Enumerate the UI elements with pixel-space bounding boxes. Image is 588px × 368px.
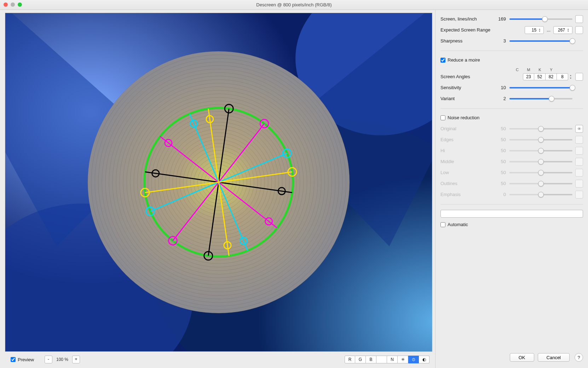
noise-reduction-label: Noise reduction xyxy=(448,115,479,120)
view-mode-0[interactable]: R xyxy=(345,356,355,363)
expected-range-label: Expected Screen Range xyxy=(440,27,495,33)
range-max-input[interactable]: ▲▼ xyxy=(553,26,572,34)
range-separator: ... xyxy=(544,27,553,33)
angle-c-input[interactable] xyxy=(523,73,534,80)
range-min-input[interactable]: ▲▼ xyxy=(525,26,544,34)
reduce-moire-input[interactable] xyxy=(440,58,445,63)
view-mode-group: RGBN✳⊙◐ xyxy=(345,356,430,363)
cmyk-header-m: M xyxy=(523,68,534,72)
window-maximize-button[interactable] xyxy=(18,2,22,7)
automatic-input[interactable] xyxy=(440,222,445,227)
view-mode-6[interactable]: ⊙ xyxy=(408,356,419,363)
range-swatch[interactable] xyxy=(575,26,583,34)
screen-angle-overlay[interactable] xyxy=(84,48,353,317)
angle-k-input[interactable] xyxy=(546,73,557,80)
noise-hi-label: Hi xyxy=(440,148,495,153)
noise-swatch xyxy=(575,180,583,188)
window-titlebar: Descreen @ 800 pixels/inch (RGB/8) xyxy=(0,0,588,10)
range-min-field[interactable] xyxy=(527,28,538,33)
preview-checkbox-label: Preview xyxy=(18,357,34,362)
noise-original-value: 50 xyxy=(495,126,509,131)
screen-lines-slider[interactable] xyxy=(509,18,572,20)
noise-edges-slider xyxy=(509,139,572,140)
noise-low-slider xyxy=(509,172,572,173)
range-max-field[interactable] xyxy=(556,28,566,33)
angles-swatch[interactable] xyxy=(575,73,583,81)
sharpness-label: Sharpness xyxy=(440,38,495,44)
preset-name-input[interactable] xyxy=(440,210,583,218)
reduce-moire-label: Reduce a moire xyxy=(448,57,480,63)
ok-button[interactable]: OK xyxy=(510,353,534,362)
noise-middle-label: Middle xyxy=(440,159,495,164)
cmyk-header-c: C xyxy=(512,68,523,72)
variant-slider[interactable] xyxy=(509,98,572,99)
cancel-button[interactable]: Cancel xyxy=(538,353,570,362)
screen-lines-value: 169 xyxy=(495,16,509,22)
noise-original-slider xyxy=(509,128,572,130)
noise-edges-label: Edges xyxy=(440,137,495,142)
zoom-out-button[interactable]: - xyxy=(45,356,52,363)
help-button[interactable]: ? xyxy=(575,353,583,362)
view-mode-4[interactable]: N xyxy=(387,356,398,363)
view-mode-1[interactable]: G xyxy=(355,356,366,363)
cmyk-header-k: K xyxy=(534,68,546,72)
window-minimize-button[interactable] xyxy=(11,2,15,7)
screen-lines-label: Screen, lines/inch xyxy=(440,16,495,22)
screen-angles-label: Screen Angles xyxy=(440,74,495,79)
view-mode-3[interactable] xyxy=(376,356,387,363)
noise-outlines-value: 50 xyxy=(495,181,509,186)
noise-original-label: Original xyxy=(440,126,495,131)
view-mode-2[interactable]: B xyxy=(366,356,376,363)
noise-middle-value: 50 xyxy=(495,159,509,164)
window-title: Descreen @ 800 pixels/inch (RGB/8) xyxy=(256,2,332,7)
sharpness-value: 3 xyxy=(495,38,509,44)
noise-reduction-input[interactable] xyxy=(440,115,445,120)
variant-label: Variant xyxy=(440,96,495,101)
noise-outlines-label: Outlines xyxy=(440,181,495,186)
cmyk-header-y: Y xyxy=(546,68,557,72)
noise-emphasis-label: Emphasis xyxy=(440,192,495,197)
preview-checkbox[interactable]: Preview xyxy=(11,357,34,362)
sensitivity-value: 10 xyxy=(495,85,509,90)
window-close-button[interactable] xyxy=(4,2,8,7)
zoom-value: 100 % xyxy=(54,357,71,362)
noise-middle-slider xyxy=(509,161,572,162)
reduce-moire-checkbox[interactable]: Reduce a moire xyxy=(440,57,480,63)
automatic-checkbox[interactable]: Automatic xyxy=(440,222,468,227)
noise-original-eye-icon[interactable]: 👁 xyxy=(575,125,583,133)
zoom-in-button[interactable]: + xyxy=(72,356,80,363)
automatic-label: Automatic xyxy=(448,222,468,227)
noise-low-label: Low xyxy=(440,170,495,175)
noise-outlines-slider xyxy=(509,183,572,184)
noise-hi-slider xyxy=(509,150,572,151)
noise-emphasis-slider xyxy=(509,194,572,195)
preview-checkbox-input[interactable] xyxy=(11,357,16,362)
noise-hi-value: 50 xyxy=(495,148,509,153)
variant-value: 2 xyxy=(495,96,509,101)
angle-m-input[interactable] xyxy=(534,73,546,80)
preview-canvas[interactable] xyxy=(5,13,432,352)
sensitivity-label: Sensitivity xyxy=(440,85,495,90)
screen-lines-swatch[interactable] xyxy=(575,15,583,23)
angle-y-input[interactable] xyxy=(557,73,568,80)
sensitivity-slider[interactable] xyxy=(509,87,572,88)
noise-swatch xyxy=(575,158,583,166)
angle-stepper-arrows[interactable]: ▲▼ xyxy=(569,74,572,80)
noise-reduction-checkbox[interactable]: Noise reduction xyxy=(440,115,479,120)
view-mode-5[interactable]: ✳ xyxy=(398,356,408,363)
view-mode-7[interactable]: ◐ xyxy=(419,356,430,363)
noise-low-value: 50 xyxy=(495,170,509,175)
noise-swatch xyxy=(575,147,583,155)
noise-swatch xyxy=(575,169,583,177)
sharpness-slider[interactable] xyxy=(509,40,572,42)
noise-emphasis-value: 0 xyxy=(495,192,509,197)
noise-edges-value: 50 xyxy=(495,137,509,142)
noise-swatch xyxy=(575,136,583,144)
noise-swatch xyxy=(575,191,583,199)
